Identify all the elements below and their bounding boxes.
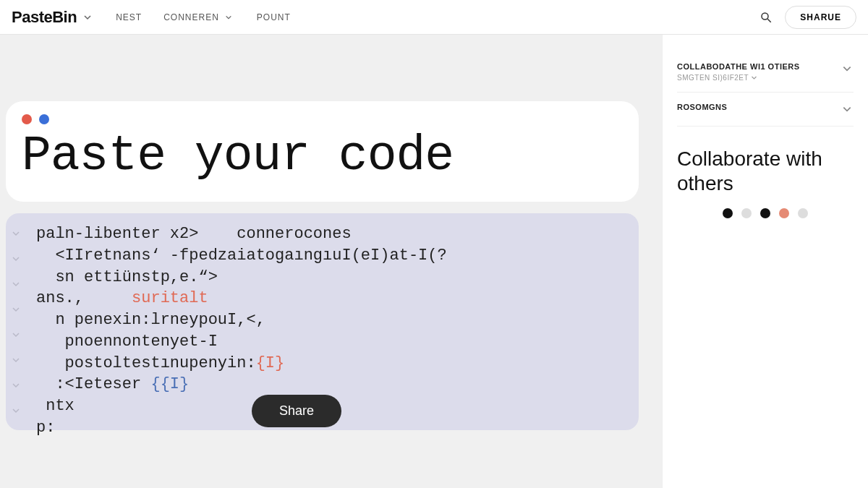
indicator-dot[interactable] bbox=[779, 208, 789, 218]
nav-item-pount[interactable]: POUNT bbox=[257, 12, 291, 22]
carousel-indicators[interactable] bbox=[677, 208, 854, 218]
chevron-down-icon bbox=[12, 305, 30, 314]
chevron-down-icon bbox=[12, 280, 30, 288]
main-column: Paste your code paln-libenter x2> conner… bbox=[0, 35, 662, 488]
chevron-down-icon bbox=[12, 406, 30, 415]
chevron-down-icon bbox=[12, 229, 30, 238]
topbar-actions: SHARUE bbox=[759, 6, 856, 29]
code-line: sn ettiünstp,e.“> bbox=[36, 267, 624, 288]
indicator-dot[interactable] bbox=[723, 208, 733, 218]
nav-item-conneren[interactable]: CONNEREN bbox=[163, 11, 235, 24]
search-icon[interactable] bbox=[759, 10, 773, 25]
code-line: :<Ieteser {{I} bbox=[36, 374, 624, 395]
code-line: ans., suritalt bbox=[36, 288, 624, 309]
sidebar-section-collab[interactable]: COLLABODATHE WI1 OTIERS SMGTEN SI)6IF2ET bbox=[677, 52, 854, 93]
nav-label: CONNEREN bbox=[163, 12, 219, 22]
sidebar-subheading: SMGTEN SI)6IF2ET bbox=[677, 74, 800, 82]
chevron-down-icon bbox=[12, 381, 30, 390]
chevron-down-icon bbox=[12, 356, 30, 364]
chevron-down-icon bbox=[222, 11, 235, 24]
dot-red-icon bbox=[22, 114, 32, 124]
sidebar-heading: COLLABODATHE WI1 OTIERS bbox=[677, 62, 800, 71]
code-line: <IIretnans‘ -fpedzaiatogaıngıuI(eI)at-I(… bbox=[36, 245, 624, 267]
nav-item-nest[interactable]: NEST bbox=[116, 12, 142, 22]
indicator-dot[interactable] bbox=[798, 208, 808, 218]
code-highlight: suritalt bbox=[132, 289, 208, 307]
window-dots bbox=[22, 114, 623, 124]
brand-logo[interactable]: PasteBin bbox=[12, 8, 77, 27]
share-button-top[interactable]: SHARUE bbox=[785, 6, 856, 29]
svg-point-0 bbox=[762, 13, 768, 20]
collab-title: Collaborate with others bbox=[677, 147, 854, 195]
indicator-dot[interactable] bbox=[760, 208, 770, 218]
gutter bbox=[12, 221, 30, 423]
sidebar: COLLABODATHE WI1 OTIERS SMGTEN SI)6IF2ET… bbox=[662, 35, 868, 488]
svg-line-1 bbox=[768, 19, 772, 22]
code-line: postoltestınupenyin:{I} bbox=[36, 353, 624, 374]
indicator-dot[interactable] bbox=[741, 208, 752, 218]
hero-title: Paste your code bbox=[22, 130, 623, 181]
chevron-down-icon[interactable] bbox=[841, 62, 854, 75]
main-layout: Paste your code paln-libenter x2> conner… bbox=[0, 35, 868, 488]
code-highlight: {{I} bbox=[141, 375, 189, 393]
code-highlight: {I} bbox=[256, 354, 285, 372]
dot-blue-icon bbox=[39, 114, 49, 124]
chevron-down-icon[interactable] bbox=[841, 103, 854, 116]
chevron-down-icon bbox=[12, 330, 30, 339]
hero-card: Paste your code bbox=[6, 101, 639, 202]
code-line: paln-libenter x2> connerocones bbox=[36, 223, 624, 245]
top-nav: NEST CONNEREN POUNT bbox=[116, 11, 291, 24]
code-line: n penexin:lrneypouI,<, bbox=[36, 309, 624, 331]
chevron-down-icon[interactable] bbox=[81, 11, 94, 24]
chevron-down-icon bbox=[12, 254, 30, 263]
sidebar-section-rosomgns[interactable]: ROSOMGNS bbox=[677, 93, 854, 127]
nav-label: POUNT bbox=[257, 12, 291, 22]
code-line: pnoennontenyet-I bbox=[36, 331, 624, 353]
sidebar-heading: ROSOMGNS bbox=[677, 103, 727, 111]
nav-label: NEST bbox=[116, 12, 142, 22]
top-bar: PasteBin NEST CONNEREN POUNT SHARUE bbox=[0, 0, 868, 35]
code-editor[interactable]: paln-libenter x2> connerocones <IIretnan… bbox=[6, 213, 639, 430]
share-button[interactable]: Share bbox=[252, 395, 341, 427]
